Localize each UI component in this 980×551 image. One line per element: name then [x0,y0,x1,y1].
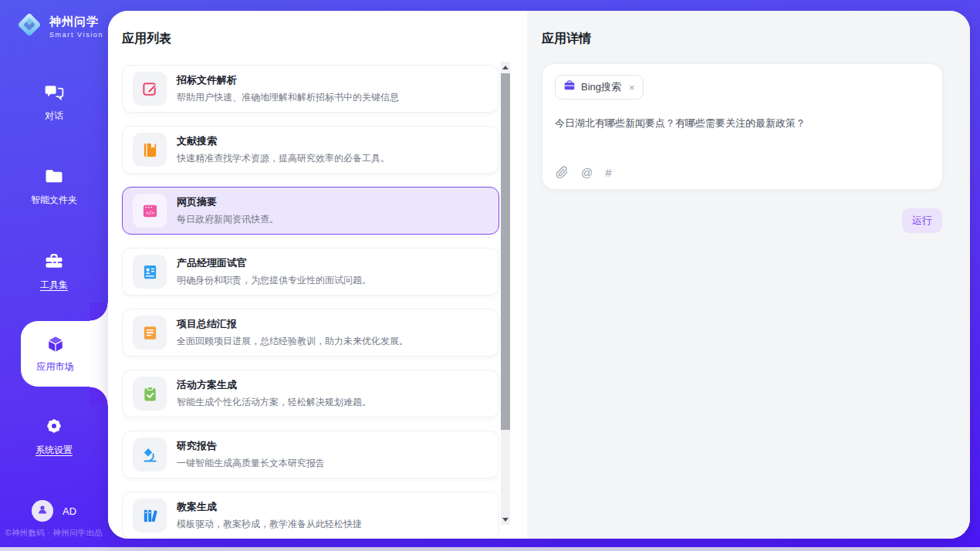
tool-chip-label: Bing搜索 [581,80,621,94]
resume-icon [133,255,167,289]
hash-icon[interactable]: # [605,166,611,179]
query-text[interactable]: 今日湖北有哪些新闻要点？有哪些需要关注的最新政策？ [555,116,930,131]
copyright-footer: ©神州数码 · 神州问学出品 [0,528,108,539]
person-icon [36,503,49,519]
cube-icon [45,334,66,356]
triangle-up-icon [502,66,509,69]
app-card-desc: 帮助用户快速、准确地理解和解析招标书中的关键信息 [177,91,399,104]
at-icon[interactable]: @ [581,166,593,179]
app-card[interactable]: 研究报告 一键智能生成高质量长文本研究报告 [122,431,499,478]
sidebar-item-settings[interactable]: 系统设置 [0,415,108,457]
app-card-title: 活动方案生成 [177,378,371,392]
app-card-desc: 全面回顾项目进展，总结经验教训，助力未来优化发展。 [177,335,408,348]
scroll-up-button[interactable] [501,62,510,73]
app-card[interactable]: 活动方案生成 智能生成个性化活动方案，轻松解决规划难题。 [122,370,499,417]
app-card-title: 项目总结汇报 [177,317,408,331]
book-icon [133,133,167,167]
app-detail-title: 应用详情 [542,31,591,47]
app-card-list: 招标文件解析 帮助用户快速、准确地理解和解析招标书中的关键信息 文献搜索 快速精… [122,65,499,539]
app-card[interactable]: </> 网页摘要 每日政府新闻资讯快查。 [122,187,499,235]
user-account[interactable]: AD [0,500,108,522]
sidebar-item-smart-folder[interactable]: 智能文件夹 [0,165,108,207]
gear-icon [43,415,65,437]
tool-chip-bing-search[interactable]: Bing搜索 × [555,75,644,100]
books-icon [133,499,167,532]
window-bottom-strip [0,547,980,551]
svg-text:</>: </> [145,210,154,215]
clipboard-check-icon [133,377,167,411]
app-card[interactable]: 招标文件解析 帮助用户快速、准确地理解和解析招标书中的关键信息 [122,65,499,113]
microscope-icon [133,438,167,472]
scrollbar-thumb[interactable] [501,73,510,430]
app-card[interactable]: 产品经理面试官 明确身份和职责，为您提供专业性的面试问题。 [122,248,499,296]
app-card-title: 研究报告 [177,439,325,453]
app-card[interactable]: 文献搜索 快速精准查找学术资源，提高研究效率的必备工具。 [122,126,499,174]
briefcase-icon [563,79,576,95]
browser-code-icon: </> [133,194,167,228]
app-card-desc: 快速精准查找学术资源，提高研究效率的必备工具。 [177,152,390,165]
app-list-title: 应用列表 [122,31,171,47]
scrollbar[interactable] [501,62,510,525]
sidebar-item-label: 系统设置 [35,444,73,457]
brand-title: 神州问学 [49,15,103,29]
sidebar-item-label: 智能文件夹 [31,194,77,207]
sidebar-nav: 对话 智能文件夹 工具集 应用市场 系统设置 [0,81,108,457]
sidebar-item-app-market[interactable]: 应用市场 [21,321,108,387]
app-card-title: 文献搜索 [177,134,390,148]
sidebar-item-toolset[interactable]: 工具集 [0,250,108,292]
folder-icon [43,165,65,187]
paperclip-icon[interactable] [556,166,569,179]
sidebar-item-label: 应用市场 [37,360,74,374]
app-card-title: 招标文件解析 [177,73,399,87]
chip-close-icon[interactable]: × [629,82,635,93]
app-card-desc: 模板驱动，教案秒成，教学准备从此轻松快捷 [177,518,362,531]
user-label: AD [63,505,76,517]
chat-icon [43,81,65,103]
app-card-desc: 一键智能生成高质量长文本研究报告 [177,457,325,470]
triangle-down-icon [502,518,509,522]
app-card-desc: 明确身份和职责，为您提供专业性的面试问题。 [177,274,371,287]
sidebar-item-label: 工具集 [40,279,68,292]
app-detail-pane: 应用详情 Bing搜索 × 今日湖北有哪些新闻要点？有哪些需要关注的最新政策？ … [527,11,970,539]
avatar [32,500,53,522]
app-card-desc: 每日政府新闻资讯快查。 [177,213,279,226]
app-card-title: 网页摘要 [177,195,279,209]
brand-subtitle: Smart Vision [49,31,103,39]
app-list-pane: 应用列表 招标文件解析 帮助用户快速、准确地理解和解析招标书中的关键信息 文献搜… [108,11,527,539]
run-button[interactable]: 运行 [902,208,942,233]
sidebar-item-label: 对话 [45,110,63,123]
app-card[interactable]: 项目总结汇报 全面回顾项目进展，总结经验教训，助力未来优化发展。 [122,309,499,357]
sidebar-item-chat[interactable]: 对话 [0,81,108,123]
app-card-title: 产品经理面试官 [177,256,371,270]
toolbox-icon [43,250,65,272]
note-icon [133,316,167,350]
edit-doc-icon [133,72,167,106]
app-card[interactable]: 教案生成 模板驱动，教案秒成，教学准备从此轻松快捷 [122,492,499,539]
app-card-title: 教案生成 [177,500,362,514]
scroll-down-button[interactable] [501,514,510,525]
app-card-desc: 智能生成个性化活动方案，轻松解决规划难题。 [177,396,371,409]
input-toolbar: @# [556,166,612,179]
content-panel: 应用列表 招标文件解析 帮助用户快速、准确地理解和解析招标书中的关键信息 文献搜… [108,11,970,539]
diamond-logo-icon [14,9,45,43]
brand-logo: 神州问学 Smart Vision [14,9,103,43]
sidebar: 神州问学 Smart Vision 对话 智能文件夹 工具集 应用市场 系统设置… [0,0,108,547]
query-input-card: Bing搜索 × 今日湖北有哪些新闻要点？有哪些需要关注的最新政策？ @# [542,63,943,190]
